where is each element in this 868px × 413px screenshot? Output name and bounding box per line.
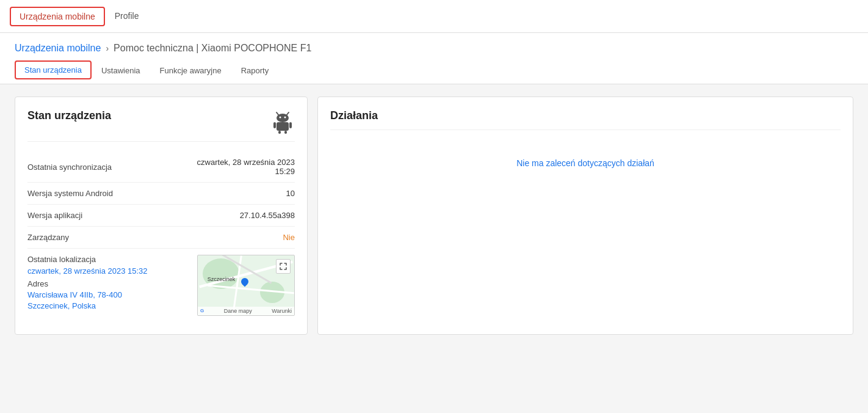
svg-point-3: [280, 117, 281, 119]
android-icon: [270, 109, 295, 134]
map-marker: [241, 278, 248, 288]
tab-settings[interactable]: Ustawienia: [92, 59, 150, 84]
actions-title: Działania: [330, 109, 841, 130]
label-android: Wersja systemu Android: [27, 189, 113, 198]
breadcrumb-separator: ›: [106, 43, 109, 53]
svg-rect-6: [273, 122, 276, 128]
location-address: Warcisława IV 4IIb, 78-400Szczecinek, Po…: [27, 290, 190, 312]
info-row-managed: Zarządzany Nie: [27, 227, 295, 249]
breadcrumb-section: Urządzenia mobilne › Pomoc techniczna | …: [0, 33, 868, 59]
location-row: Ostatnia lokalizacja czwartek, 28 wrześn…: [27, 249, 295, 322]
tab-label-emergency: Funkcje awaryjne: [160, 66, 222, 75]
nav-item-profile[interactable]: Profile: [105, 0, 149, 33]
nav-label-mobile-devices: Urządzenia mobilne: [20, 12, 95, 21]
main-content: Stan urządzenia: [0, 84, 868, 347]
nav-item-mobile-devices[interactable]: Urządzenia mobilne: [10, 7, 105, 26]
sub-tabs: Stan urządzenia Ustawienia Funkcje awary…: [0, 59, 868, 84]
location-date: czwartek, 28 września 2023 15:32: [27, 266, 190, 276]
map-marker-head: [240, 277, 250, 287]
value-app-version: 27.10.4.55a398: [240, 211, 295, 220]
svg-rect-9: [284, 131, 287, 134]
tab-reports[interactable]: Raporty: [231, 59, 279, 84]
value-android: 10: [286, 189, 295, 198]
svg-point-2: [277, 114, 289, 122]
device-status-title: Stan urządzenia: [27, 109, 111, 122]
card-header: Stan urządzenia: [27, 109, 295, 142]
map-terms-label: Warunki: [272, 308, 292, 314]
map-data-label: Dane mapy: [224, 308, 252, 314]
actions-card: Działania Nie ma zaleceń dotyczących dzi…: [317, 97, 853, 335]
location-address-label: Adres: [27, 279, 190, 288]
info-row-app-version: Wersja aplikacji 27.10.4.55a398: [27, 205, 295, 227]
breadcrumb-current: Pomoc techniczna | Xiaomi POCOPHONE F1: [114, 43, 311, 54]
map-footer: G Dane mapy Warunki: [198, 307, 294, 315]
label-managed: Zarządzany: [27, 233, 69, 242]
map-city-label: Szczecinek: [208, 276, 236, 282]
map-expand-button[interactable]: [276, 259, 291, 274]
label-sync: Ostatnia synchronizacja: [27, 163, 112, 172]
svg-point-4: [284, 117, 286, 119]
google-logo: G: [200, 308, 204, 314]
breadcrumb: Urządzenia mobilne › Pomoc techniczna | …: [15, 43, 853, 54]
svg-rect-8: [278, 131, 281, 134]
nav-label-profile: Profile: [115, 11, 139, 21]
tab-device-status[interactable]: Stan urządzenia: [15, 60, 92, 79]
expand-icon: [280, 263, 287, 270]
device-status-card: Stan urządzenia: [15, 97, 308, 335]
location-label: Ostatnia lokalizacja: [27, 255, 190, 264]
tab-emergency-functions[interactable]: Funkcje awaryjne: [150, 59, 231, 84]
svg-rect-7: [289, 122, 292, 128]
info-row-android: Wersja systemu Android 10: [27, 183, 295, 205]
value-sync: czwartek, 28 września 202315:29: [197, 158, 295, 176]
tab-label-device-status: Stan urządzenia: [24, 65, 82, 75]
label-app-version: Wersja aplikacji: [27, 211, 82, 220]
location-info: Ostatnia lokalizacja czwartek, 28 wrześn…: [27, 255, 190, 312]
tab-label-reports: Raporty: [241, 66, 269, 75]
map-thumbnail: Szczecinek G Dane mapy: [197, 255, 295, 316]
svg-rect-5: [277, 122, 289, 131]
info-row-sync: Ostatnia synchronizacja czwartek, 28 wrz…: [27, 152, 295, 183]
actions-empty-message: Nie ma zaleceń dotyczących działań: [330, 140, 841, 186]
tab-label-settings: Ustawienia: [101, 66, 140, 75]
map-background: Szczecinek G Dane mapy: [198, 255, 294, 315]
value-managed: Nie: [283, 233, 295, 242]
breadcrumb-link[interactable]: Urządzenia mobilne: [15, 43, 101, 54]
top-navigation: Urządzenia mobilne Profile: [0, 0, 868, 33]
